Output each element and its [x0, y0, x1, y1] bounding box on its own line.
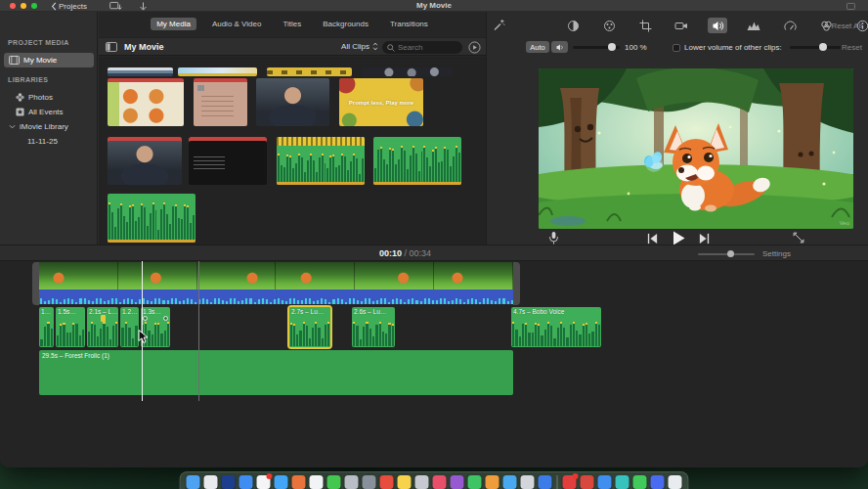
dock-app-icon[interactable] [222, 475, 236, 489]
dock-app-icon[interactable] [415, 475, 429, 489]
dock-app-icon[interactable] [669, 475, 682, 489]
timeline-settings-button[interactable]: Settings [762, 249, 791, 258]
fade-handle[interactable] [163, 316, 168, 321]
tab-audio-video[interactable]: Audio & Video [206, 18, 268, 30]
audio-clip[interactable]: 2.1s – L… [87, 307, 118, 347]
dock-app-icon[interactable] [598, 475, 612, 489]
dock-app-icon[interactable] [468, 475, 482, 489]
media-thumbnail-audio[interactable] [373, 137, 461, 185]
video-clip-audio-waveform[interactable] [39, 289, 513, 304]
dock-app-icon[interactable] [187, 475, 200, 489]
dock-app-icon[interactable] [581, 475, 594, 489]
dock-app-icon[interactable] [380, 475, 394, 489]
filmstrip-frame[interactable] [39, 262, 118, 289]
browser-play-button[interactable] [468, 41, 481, 54]
volume-slider-knob[interactable] [608, 43, 616, 51]
trim-handle-right[interactable] [513, 262, 520, 305]
media-thumbnail-strip-yellow[interactable] [267, 67, 352, 76]
video-clip-filmstrip[interactable] [39, 262, 513, 289]
media-thumbnail-audio[interactable] [108, 194, 195, 243]
dock-app-icon[interactable] [503, 475, 517, 489]
filmstrip-frame[interactable] [197, 262, 277, 289]
media-thumbnail-webpage-foxes[interactable] [108, 78, 184, 126]
volume-slider[interactable] [573, 46, 620, 49]
dock-app-icon[interactable] [275, 475, 288, 489]
dock-app-icon[interactable] [521, 475, 535, 489]
sidebar-item-all-events[interactable]: All Events [4, 105, 94, 119]
sidebar-toggle-icon[interactable] [106, 42, 117, 52]
audio-clip[interactable]: 1… [39, 307, 54, 347]
audio-clip[interactable]: 4.7s – Bobo Voice [511, 307, 601, 347]
dock-app-icon[interactable] [310, 475, 324, 489]
dock-app-icon[interactable] [651, 475, 665, 489]
filmstrip-frame[interactable] [434, 262, 513, 289]
preview-viewer[interactable]: Veo [539, 68, 853, 229]
noise-reduction-icon[interactable] [744, 18, 763, 33]
dock-app-icon[interactable] [239, 475, 253, 489]
dock-app-icon[interactable] [257, 475, 271, 489]
lower-volume-checkbox[interactable] [673, 44, 680, 52]
timeline-zoom-slider[interactable] [698, 253, 755, 255]
color-correction-icon[interactable] [599, 18, 619, 33]
fullscreen-icon[interactable] [793, 232, 804, 244]
dock-app-icon[interactable] [327, 475, 341, 489]
dock-app-icon[interactable] [398, 475, 412, 489]
media-thumbnail-promo[interactable]: Prompt less, Play more [339, 78, 423, 126]
tab-transitions[interactable]: Transitions [384, 18, 434, 30]
audio-clip[interactable]: 1.2… [120, 307, 139, 347]
sidebar-item-my-movie[interactable]: My Movie [4, 53, 94, 67]
audio-clip-selected[interactable]: 2.7s – Lu… [289, 307, 330, 347]
tab-backgrounds[interactable]: Backgrounds [317, 18, 374, 30]
sidebar-item-imovie-library[interactable]: iMovie Library [4, 119, 94, 134]
media-thumbnail-webcam[interactable] [108, 137, 182, 185]
media-thumbnail-terminal[interactable] [189, 137, 267, 185]
speed-icon[interactable] [780, 18, 800, 33]
search-field[interactable] [382, 41, 462, 54]
audio-clip[interactable]: 1.5s… [56, 307, 85, 347]
enhance-wand-icon[interactable] [493, 19, 505, 31]
volume-tool-icon[interactable] [708, 18, 727, 33]
dock-app-icon[interactable] [292, 475, 306, 489]
media-thumbnail-strip-sky[interactable] [178, 67, 257, 76]
media-thumbnail-document[interactable] [194, 78, 247, 126]
audio-clip[interactable]: 2.6s – Lu… [352, 307, 395, 347]
tab-titles[interactable]: Titles [277, 18, 307, 30]
ducking-slider[interactable] [790, 46, 841, 49]
reset-all-button[interactable]: Reset All [831, 22, 862, 30]
dock-app-icon[interactable] [345, 475, 359, 489]
tab-my-media[interactable]: My Media [151, 18, 196, 30]
dock-app-icon[interactable] [451, 475, 464, 489]
skip-back-icon[interactable] [647, 233, 658, 244]
color-balance-icon[interactable] [563, 18, 583, 33]
fade-handle[interactable] [143, 316, 148, 321]
dock-app-icon[interactable] [204, 475, 218, 489]
window-action-icon[interactable] [846, 3, 855, 10]
sidebar-item-event[interactable]: 11-11-25 [4, 134, 94, 149]
dock-app-icon[interactable] [363, 475, 376, 489]
mute-button[interactable] [551, 41, 568, 53]
dock-app-icon[interactable] [486, 475, 499, 489]
media-thumbnail-strip-dark[interactable] [362, 67, 453, 76]
media-thumbnail-audio[interactable] [277, 137, 365, 185]
search-input[interactable] [398, 43, 456, 52]
dock-app-icon[interactable] [433, 475, 447, 489]
stabilization-icon[interactable] [672, 18, 691, 33]
filmstrip-frame[interactable] [118, 262, 197, 289]
timeline[interactable]: 1…1.5s…2.1s – L…1.2…1.3s…2.7s – Lu…2.6s … [0, 261, 868, 467]
media-thumbnail-strip-landscape[interactable] [108, 67, 173, 76]
dock-app-icon[interactable] [563, 475, 577, 489]
media-thumbnail-webcam[interactable] [256, 78, 329, 126]
dock-app-icon[interactable] [539, 475, 552, 489]
clip-filter-dropdown[interactable]: All Clips [341, 42, 378, 51]
trim-handle-left[interactable] [32, 262, 39, 305]
dock-app-icon[interactable] [616, 475, 629, 489]
music-clip[interactable]: 29.5s – Forest Frolic (1) [39, 350, 513, 395]
crop-icon[interactable] [635, 18, 655, 33]
play-icon[interactable] [672, 231, 685, 245]
auto-volume-button[interactable]: Auto [526, 41, 549, 53]
reset-button[interactable]: Reset [842, 43, 862, 52]
skip-forward-icon[interactable] [699, 233, 710, 244]
sidebar-item-photos[interactable]: Photos [4, 90, 94, 105]
dock-app-icon[interactable] [633, 475, 647, 489]
zoom-slider-knob[interactable] [727, 250, 734, 257]
